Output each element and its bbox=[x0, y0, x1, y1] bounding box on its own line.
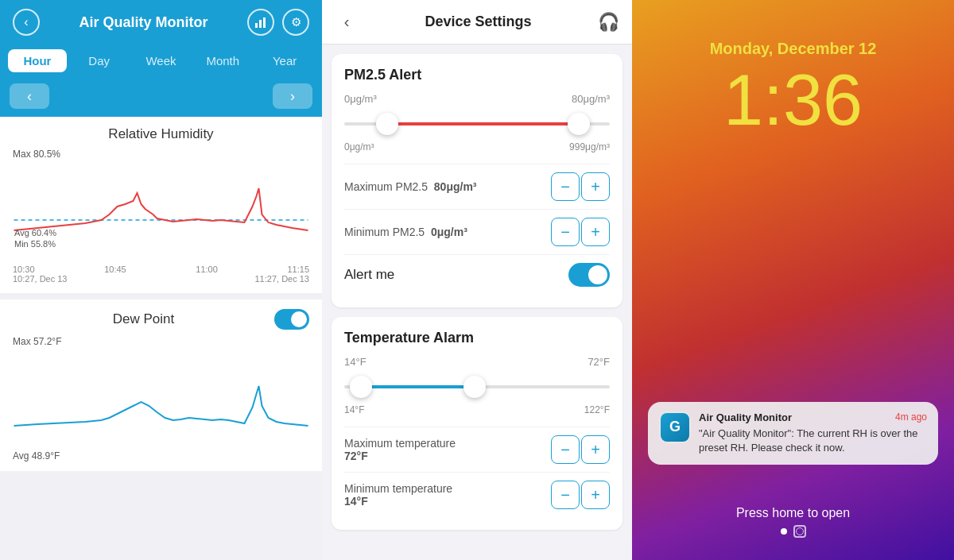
temp-thumb-left[interactable] bbox=[350, 376, 372, 398]
notif-app-icon: G bbox=[659, 411, 691, 443]
temp-min-increase[interactable]: + bbox=[581, 481, 610, 509]
pm25-range-max-bottom: 999μg/m³ bbox=[569, 141, 610, 153]
pm25-max-label: Maximum PM2.5 80μg/m³ bbox=[344, 180, 477, 193]
pm25-thumb-right[interactable] bbox=[568, 113, 590, 135]
settings-back-button[interactable]: ‹ bbox=[335, 13, 359, 31]
lock-screen: Monday, December 12 1:36 G Air Quality M… bbox=[632, 0, 954, 560]
humidity-date-labels: 10:27, Dec 13 11:27, Dec 13 bbox=[13, 274, 309, 284]
header-icons: ⚙ bbox=[247, 9, 309, 36]
nav-next[interactable]: › bbox=[273, 83, 312, 109]
svg-rect-1 bbox=[259, 20, 262, 28]
app-title: Air Quality Monitor bbox=[80, 14, 208, 31]
pm25-range-top: 0μg/m³ 80μg/m³ bbox=[344, 93, 610, 105]
settings-header: ‹ Device Settings 🎧 bbox=[322, 0, 632, 44]
temp-max-label: Maximum temperature72°F bbox=[344, 437, 456, 462]
pm25-max-increase[interactable]: + bbox=[581, 172, 610, 201]
pm25-min-stepper: − + bbox=[551, 218, 610, 246]
pm25-range-max-top: 80μg/m³ bbox=[572, 93, 610, 105]
humidity-time-labels: 10:30 10:45 11:00 11:15 bbox=[13, 265, 309, 274]
tab-year[interactable]: Year bbox=[255, 49, 314, 72]
temp-range-top: 14°F 72°F bbox=[344, 356, 610, 368]
dewpoint-chart-svg bbox=[13, 350, 309, 446]
camera-dot bbox=[793, 525, 806, 538]
nav-row: ‹ › bbox=[0, 80, 322, 117]
settings-title: Device Settings bbox=[359, 14, 598, 30]
lock-date: Monday, December 12 bbox=[710, 40, 877, 58]
dewpoint-chart-section: Dew Point Max 57.2°F Avg 48.9°F bbox=[0, 299, 322, 471]
pm25-max-row: Maximum PM2.5 80μg/m³ − + bbox=[344, 164, 610, 209]
temp-min-decrease[interactable]: − bbox=[551, 481, 580, 509]
pm25-range-min-bottom: 0μg/m³ bbox=[344, 141, 374, 153]
chart-button[interactable] bbox=[247, 9, 274, 36]
lock-dots bbox=[781, 525, 806, 538]
tab-day[interactable]: Day bbox=[70, 49, 129, 72]
settings-content: PM2.5 Alert 0μg/m³ 80μg/m³ 0μg/m³ 999μg/… bbox=[322, 44, 632, 560]
humidity-min: Min 55.8% bbox=[14, 239, 56, 249]
notif-initial: G bbox=[669, 419, 681, 435]
dewpoint-title: Dew Point bbox=[13, 311, 274, 327]
temp-min-row: Minimum temperature14°F − + bbox=[344, 472, 610, 517]
notif-message: "Air Quality Monitor": The current RH is… bbox=[699, 427, 927, 455]
notification-card: G Air Quality Monitor 4m ago "Air Qualit… bbox=[648, 402, 938, 465]
temp-max-increase[interactable]: + bbox=[581, 435, 610, 464]
pm25-thumb-left[interactable] bbox=[376, 113, 398, 135]
temp-min-stepper: − + bbox=[551, 481, 610, 509]
headphone-icon: 🎧 bbox=[598, 12, 619, 33]
pm25-card: PM2.5 Alert 0μg/m³ 80μg/m³ 0μg/m³ 999μg/… bbox=[332, 54, 622, 307]
pm25-max-decrease[interactable]: − bbox=[551, 172, 580, 201]
nav-prev[interactable]: ‹ bbox=[10, 83, 49, 109]
temp-range-bottom: 14°F 122°F bbox=[344, 404, 610, 415]
alert-me-label: Alert me bbox=[344, 267, 394, 283]
tab-bar: Hour Day Week Month Year bbox=[0, 44, 322, 80]
pm25-range-min-top: 0μg/m³ bbox=[344, 93, 377, 105]
charts-area: Relative Humidity Max 80.5% Avg 60.4% Mi… bbox=[0, 117, 322, 560]
humidity-avg: Avg 60.4% bbox=[14, 228, 56, 238]
pm25-range-bottom: 0μg/m³ 999μg/m³ bbox=[344, 141, 610, 153]
notif-app-icon-inner: G bbox=[661, 413, 689, 442]
temp-range-min-bottom: 14°F bbox=[344, 404, 364, 415]
temp-thumb-right[interactable] bbox=[463, 376, 486, 398]
dewpoint-avg: Avg 48.9°F bbox=[13, 450, 309, 462]
temp-max-stepper: − + bbox=[551, 435, 610, 464]
lock-time: 1:36 bbox=[723, 64, 863, 136]
temp-max-row: Maximum temperature72°F − + bbox=[344, 427, 610, 472]
pm25-min-increase[interactable]: + bbox=[581, 218, 610, 246]
press-home-text: Press home to open bbox=[736, 506, 850, 520]
pm25-fill bbox=[382, 122, 572, 126]
svg-rect-0 bbox=[255, 23, 258, 28]
temp-min-label: Minimum temperature14°F bbox=[344, 482, 452, 508]
middle-panel: ‹ Device Settings 🎧 PM2.5 Alert 0μg/m³ 8… bbox=[322, 0, 632, 560]
alert-me-toggle[interactable] bbox=[568, 263, 610, 287]
humidity-chart-svg bbox=[13, 163, 309, 258]
temp-alarm-card: Temperature Alarm 14°F 72°F 14°F 122°F M… bbox=[332, 317, 622, 530]
tab-week[interactable]: Week bbox=[132, 49, 191, 72]
dewpoint-toggle[interactable] bbox=[274, 309, 309, 330]
humidity-title: Relative Humidity bbox=[13, 126, 309, 142]
tab-hour[interactable]: Hour bbox=[8, 49, 67, 72]
temp-range-max-top: 72°F bbox=[588, 356, 610, 368]
notif-header: Air Quality Monitor 4m ago bbox=[699, 411, 927, 423]
back-button[interactable]: ‹ bbox=[13, 9, 40, 36]
temp-alarm-title: Temperature Alarm bbox=[344, 330, 610, 346]
notif-app-name: Air Quality Monitor bbox=[699, 411, 792, 423]
pm25-min-row: Minimum PM2.5 0μg/m³ − + bbox=[344, 209, 610, 254]
svg-rect-2 bbox=[263, 17, 266, 28]
pm25-title: PM2.5 Alert bbox=[344, 67, 610, 83]
notif-content: Air Quality Monitor 4m ago "Air Quality … bbox=[699, 411, 927, 455]
tab-month[interactable]: Month bbox=[193, 49, 252, 72]
pm25-slider[interactable] bbox=[344, 110, 610, 138]
left-header: ‹ Air Quality Monitor ⚙ bbox=[0, 0, 322, 44]
temp-range-min-top: 14°F bbox=[344, 356, 366, 368]
temp-fill bbox=[355, 385, 469, 388]
pm25-min-label: Minimum PM2.5 0μg/m³ bbox=[344, 226, 467, 238]
temp-max-decrease[interactable]: − bbox=[551, 435, 580, 464]
pm25-max-stepper: − + bbox=[551, 172, 610, 201]
temp-slider[interactable] bbox=[344, 373, 610, 401]
humidity-chart-section: Relative Humidity Max 80.5% Avg 60.4% Mi… bbox=[0, 117, 322, 293]
dot-active bbox=[781, 528, 787, 535]
chart-icon bbox=[254, 16, 267, 29]
notif-time-ago: 4m ago bbox=[895, 411, 927, 423]
settings-button[interactable]: ⚙ bbox=[282, 9, 309, 36]
alert-me-row: Alert me bbox=[344, 254, 610, 295]
pm25-min-decrease[interactable]: − bbox=[551, 218, 580, 246]
